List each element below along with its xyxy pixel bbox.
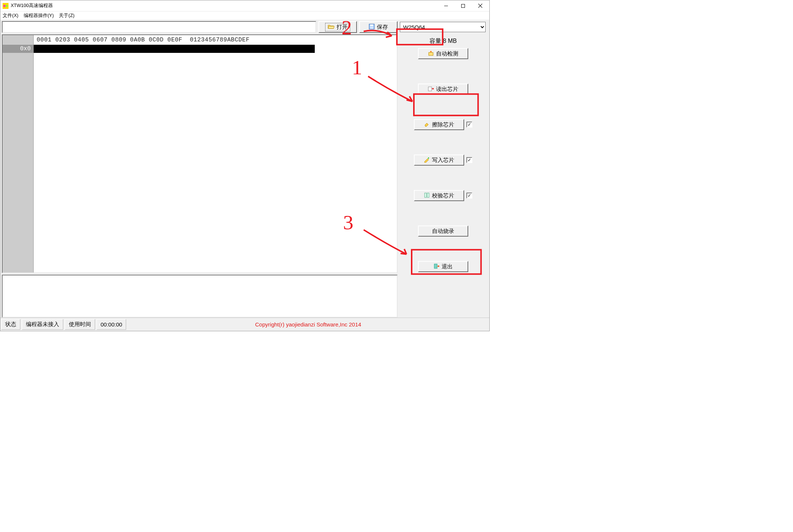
filepath-input[interactable]	[2, 21, 316, 33]
status-connection: 编程器未接入	[22, 319, 63, 330]
svg-rect-15	[434, 264, 437, 268]
close-button[interactable]	[472, 0, 489, 11]
right-sidebar: W25Q64 容量 8 MB 自动检测 读出芯片	[398, 20, 489, 318]
auto-burn-label: 自动烧录	[432, 228, 454, 235]
svg-rect-11	[428, 87, 432, 91]
svg-point-1	[3, 5, 6, 7]
minimize-button[interactable]	[438, 0, 455, 11]
svg-rect-13	[425, 193, 426, 197]
hex-column-header: 0001 0203 0405 0607 0809 0A0B 0C0D 0E0F …	[34, 35, 397, 45]
open-button[interactable]: 打开	[318, 21, 357, 33]
verify-icon	[424, 192, 430, 199]
folder-open-icon	[328, 24, 334, 30]
svg-rect-14	[427, 193, 429, 197]
hex-viewer[interactable]: 0001 0203 0405 0607 0809 0A0B 0C0D 0E0F …	[2, 34, 398, 273]
svg-point-2	[6, 5, 8, 7]
save-button-label: 保存	[377, 24, 388, 31]
status-time-label: 使用时间	[65, 319, 95, 330]
maximize-button[interactable]	[455, 0, 472, 11]
statusbar: 状态 编程器未接入 使用时间 00:00:00 Copyright(r) yao…	[0, 318, 489, 331]
svg-rect-12	[428, 157, 429, 159]
exit-icon	[433, 263, 439, 270]
log-panel[interactable]	[2, 275, 398, 318]
auto-detect-button[interactable]: 自动检测	[418, 48, 468, 59]
write-chip-label: 写入芯片	[432, 157, 454, 164]
capacity-value: 8 MB	[443, 38, 457, 44]
write-icon	[424, 157, 430, 164]
window-title: XTW100高速编程器	[11, 3, 53, 9]
detect-icon	[428, 50, 434, 57]
capacity-label: 容量	[429, 38, 441, 44]
exit-label: 退出	[442, 263, 453, 270]
svg-rect-9	[370, 27, 373, 29]
hex-address-gutter	[3, 35, 34, 272]
status-time-value: 00:00:00	[97, 319, 126, 330]
svg-rect-8	[370, 24, 373, 26]
erase-checkbox[interactable]	[466, 122, 472, 128]
hex-row-address: 0x0	[3, 45, 34, 53]
left-column: 打开 保存 0001 0203 0405 0607 0809 0A0B 0C0D…	[0, 20, 398, 318]
write-chip-button[interactable]: 写入芯片	[414, 155, 464, 166]
file-row: 打开 保存	[0, 20, 398, 34]
read-chip-button[interactable]: 读出芯片	[418, 84, 468, 95]
menu-file[interactable]: 文件(X)	[3, 13, 18, 19]
capacity-row: 容量 8 MB	[400, 37, 486, 45]
workarea: 打开 保存 0001 0203 0405 0607 0809 0A0B 0C0D…	[0, 20, 489, 318]
read-chip-label: 读出芯片	[436, 86, 458, 93]
write-checkbox[interactable]	[466, 157, 472, 163]
open-button-label: 打开	[337, 24, 348, 31]
save-icon	[369, 24, 375, 31]
app-icon	[3, 3, 9, 9]
verify-checkbox[interactable]	[466, 193, 472, 199]
titlebar: XTW100高速编程器	[0, 0, 489, 11]
auto-burn-button[interactable]: 自动烧录	[418, 226, 468, 237]
chip-select[interactable]: W25Q64	[400, 22, 486, 32]
read-icon	[428, 86, 434, 93]
verify-chip-button[interactable]: 校验芯片	[414, 190, 464, 201]
verify-chip-label: 校验芯片	[432, 192, 454, 199]
hex-row-data	[34, 45, 315, 53]
erase-chip-button[interactable]: 擦除芯片	[414, 119, 464, 130]
menu-programmer[interactable]: 编程器操作(Y)	[24, 13, 54, 19]
exit-button[interactable]: 退出	[418, 261, 468, 272]
svg-rect-10	[429, 52, 433, 55]
erase-icon	[424, 121, 430, 128]
status-label-cell: 状态	[1, 319, 20, 330]
erase-chip-label: 擦除芯片	[432, 121, 454, 128]
menubar: 文件(X) 编程器操作(Y) 关于(Z)	[0, 11, 489, 20]
menu-about[interactable]: 关于(Z)	[59, 13, 74, 19]
save-button[interactable]: 保存	[359, 21, 398, 33]
svg-rect-4	[462, 4, 465, 7]
status-copyright: Copyright(r) yaojiedianzi Software,Inc 2…	[127, 318, 489, 331]
auto-detect-label: 自动检测	[436, 50, 458, 57]
